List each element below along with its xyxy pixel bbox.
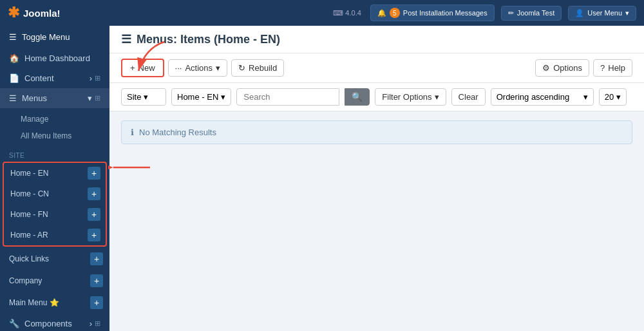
sidebar-menus-label: Menus	[22, 93, 47, 103]
menu-filter-chevron: ▾	[221, 92, 225, 102]
notification-count: 5	[390, 8, 400, 18]
user-icon: 👤	[575, 9, 584, 17]
joomla-test-button[interactable]: ✏ Joomla Test	[501, 6, 562, 21]
count-chevron: ▾	[616, 92, 621, 102]
sidebar: ☰ Toggle Menu 🏠 Home Dashboard 📄 Content…	[0, 26, 109, 331]
highlighted-menu-group: Home - EN + Home - CN + Home - FN + Home…	[3, 162, 107, 247]
rebuild-button[interactable]: ↻ Rebuild	[231, 59, 284, 77]
edit-icon: ✏	[508, 9, 514, 17]
joomla-icon: ✱	[8, 5, 19, 21]
no-results-text: No Matching Results	[139, 128, 216, 137]
menu-group-quick-links[interactable]: Quick Links +	[0, 248, 109, 270]
page-title: ☰ Menus: Items (Home - EN)	[121, 32, 280, 46]
sidebar-sub-all-menu-items[interactable]: All Menu Items	[0, 128, 109, 144]
add-main-menu-button[interactable]: +	[90, 296, 103, 309]
home-en-label: Home - EN	[10, 169, 48, 178]
add-company-button[interactable]: +	[90, 274, 103, 287]
company-label: Company	[9, 276, 42, 285]
site-filter-select[interactable]: Site ▾	[121, 88, 166, 106]
filter-options-button[interactable]: Filter Options ▾	[375, 88, 446, 106]
chevron-down-icon: ▾	[625, 9, 629, 17]
menu-filter-select[interactable]: Home - EN ▾	[171, 88, 231, 106]
user-menu-label: User Menu	[587, 9, 622, 17]
clear-button[interactable]: Clear	[451, 88, 486, 106]
menu-group-home-ar[interactable]: Home - AR +	[4, 225, 106, 245]
plus-icon: +	[130, 63, 135, 73]
search-button[interactable]: 🔍	[345, 88, 370, 106]
menus-submenu: Manage All Menu Items	[0, 108, 109, 147]
rebuild-icon: ↻	[238, 63, 245, 73]
sidebar-home-label: Home Dashboard	[24, 53, 90, 63]
toggle-menu-button[interactable]: ☰ Toggle Menu	[0, 26, 109, 48]
clear-label: Clear	[459, 92, 478, 102]
sidebar-item-content[interactable]: 📄 Content › ⊞	[0, 68, 109, 88]
add-home-cn-button[interactable]: +	[88, 187, 100, 200]
add-home-en-button[interactable]: +	[88, 167, 100, 180]
sidebar-sub-manage[interactable]: Manage	[0, 111, 109, 128]
menu-filter-label: Home - EN	[177, 92, 218, 102]
joomla-logo-text: Joomla!	[23, 8, 61, 19]
main-menu-label: Main Menu ⭐	[9, 298, 59, 307]
site-filter-chevron: ▾	[144, 92, 148, 102]
home-fn-label: Home - FN	[10, 210, 48, 219]
options-label: Options	[553, 63, 582, 73]
site-section-label: Site	[0, 147, 109, 160]
joomla-test-label: Joomla Test	[517, 9, 555, 17]
sidebar-components-label: Components	[24, 319, 72, 328]
info-icon: ℹ	[131, 128, 134, 137]
filter-bar: Site ▾ Home - EN ▾ 🔍 Filter Options ▾ Cl…	[109, 83, 644, 111]
page-title-icon: ☰	[121, 32, 131, 46]
add-home-fn-button[interactable]: +	[88, 208, 100, 221]
notifications-button[interactable]: 🔔 5 Post Installation Messages	[370, 5, 495, 21]
filter-options-label: Filter Options	[382, 92, 431, 102]
home-ar-label: Home - AR	[10, 231, 48, 240]
content-icon: 📄	[9, 73, 19, 83]
hamburger-icon: ☰	[9, 32, 17, 42]
components-chevron-icon: ›	[90, 319, 92, 328]
no-results-message: ℹ No Matching Results	[121, 120, 632, 144]
rebuild-label: Rebuild	[249, 63, 277, 73]
actions-button[interactable]: ··· Actions ▾	[168, 59, 227, 77]
count-label: 20	[605, 92, 614, 102]
notifications-label: Post Installation Messages	[403, 9, 488, 17]
menu-group-main-menu[interactable]: Main Menu ⭐ +	[0, 292, 109, 314]
sidebar-item-components[interactable]: 🔧 Components › ⊞	[0, 314, 109, 331]
ordering-select[interactable]: Ordering ascending ▾	[491, 88, 594, 106]
help-label: Help	[608, 63, 625, 73]
question-icon: ?	[600, 63, 605, 73]
ordering-label: Ordering ascending	[497, 92, 569, 102]
add-quick-links-button[interactable]: +	[90, 252, 103, 265]
user-menu-button[interactable]: 👤 User Menu ▾	[568, 6, 636, 21]
menu-group-home-fn[interactable]: Home - FN +	[4, 204, 106, 225]
main-content: ℹ No Matching Results	[109, 111, 644, 331]
bell-icon: 🔔	[377, 9, 386, 17]
menu-group-home-en[interactable]: Home - EN +	[4, 163, 106, 184]
count-select[interactable]: 20 ▾	[599, 88, 627, 106]
filter-options-chevron: ▾	[435, 92, 439, 102]
content-area: ☰ Menus: Items (Home - EN) + New ··· Act…	[109, 26, 644, 331]
star-icon: ⭐	[50, 298, 59, 307]
sidebar-item-home-dashboard[interactable]: 🏠 Home Dashboard	[0, 48, 109, 68]
search-icon: 🔍	[352, 92, 363, 102]
home-icon: 🏠	[9, 53, 19, 63]
menu-group-home-cn[interactable]: Home - CN +	[4, 184, 106, 204]
actions-dots-icon: ···	[175, 63, 182, 73]
ordering-chevron: ▾	[583, 92, 588, 102]
quick-links-label: Quick Links	[9, 254, 49, 263]
joomla-logo: ✱ Joomla!	[8, 5, 61, 21]
menus-grid-icon: ⊞	[95, 94, 100, 102]
chevron-down-icon: ▾	[88, 93, 92, 103]
gear-icon: ⚙	[542, 63, 550, 73]
new-label: New	[138, 63, 155, 73]
components-grid-icon: ⊞	[95, 319, 100, 328]
help-button[interactable]: ? Help	[593, 59, 632, 77]
options-button[interactable]: ⚙ Options	[535, 59, 589, 77]
sidebar-item-menus[interactable]: ☰ Menus ▾ ⊞	[0, 88, 109, 108]
menu-group-company[interactable]: Company +	[0, 270, 109, 292]
search-input[interactable]	[236, 88, 339, 106]
topbar: ✱ Joomla! ⌨ 4.0.4 🔔 5 Post Installation …	[0, 0, 644, 26]
chevron-right-icon: ›	[90, 73, 92, 83]
site-filter-label: Site	[127, 92, 141, 102]
new-button[interactable]: + New	[121, 59, 164, 77]
add-home-ar-button[interactable]: +	[88, 229, 100, 241]
